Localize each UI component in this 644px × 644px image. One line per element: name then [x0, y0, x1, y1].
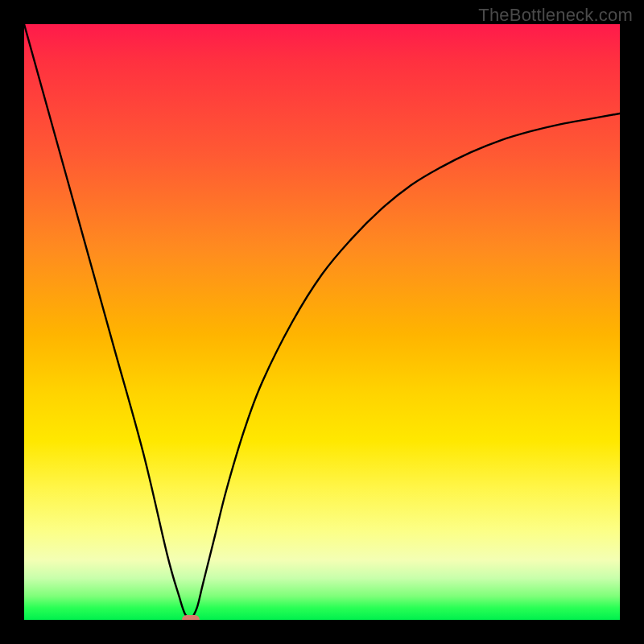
plot-area — [24, 24, 620, 620]
chart-frame: TheBottleneck.com — [0, 0, 644, 644]
curve-layer — [24, 24, 620, 620]
right-branch-curve — [191, 114, 620, 620]
left-branch-curve — [24, 24, 191, 620]
watermark-text: TheBottleneck.com — [478, 5, 633, 26]
sweet-spot-marker — [182, 615, 200, 620]
